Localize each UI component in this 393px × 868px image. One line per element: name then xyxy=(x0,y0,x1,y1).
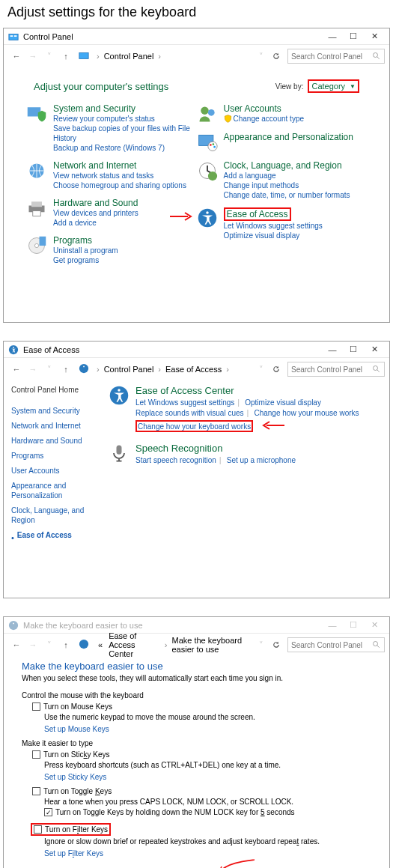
link[interactable]: Replace sounds with visual cues xyxy=(135,409,244,417)
up-button[interactable]: ↑ xyxy=(58,48,74,64)
window-body: Adjust your computer's settings View by:… xyxy=(4,67,389,322)
sidebar-item[interactable]: Programs xyxy=(11,451,103,461)
cat-network-internet[interactable]: Network and Internet xyxy=(53,160,186,171)
link[interactable]: Set up a microphone xyxy=(227,456,296,464)
svg-rect-1 xyxy=(10,35,13,37)
svg-point-31 xyxy=(9,620,18,629)
link[interactable]: Let Windows suggest settings xyxy=(135,398,234,407)
window-body: Control Panel Home System and Security N… xyxy=(4,380,389,598)
close-button[interactable]: ✕ xyxy=(364,342,385,357)
link[interactable]: Get programs xyxy=(53,255,118,265)
cat-appearance[interactable]: Appearance and Personalization xyxy=(224,132,353,142)
window-control-panel: Control Panel — ☐ ✕ ← → ˅ ↑ › Control Pa… xyxy=(3,28,390,323)
breadcrumb-dropdown[interactable]: ˅ xyxy=(253,48,269,64)
refresh-button[interactable] xyxy=(269,638,283,652)
recent-button[interactable]: ˅ xyxy=(41,361,58,377)
adjust-heading: Adjust your computer's settings xyxy=(34,81,275,92)
sidebar-control-panel-home[interactable]: Control Panel Home xyxy=(11,385,103,395)
sidebar-item[interactable]: Hardware and Sound xyxy=(11,436,103,446)
checkbox-mouse-keys[interactable]: Turn on Mouse Keys xyxy=(32,702,371,711)
link[interactable]: Start speech recognition xyxy=(135,456,216,464)
link-setup-mouse-keys[interactable]: Set up Mouse Keys xyxy=(44,725,109,733)
link-setup-filter-keys[interactable]: Set up Filter Keys xyxy=(44,849,103,858)
link-setup-sticky-keys[interactable]: Set up Sticky Keys xyxy=(44,773,106,781)
search-input[interactable] xyxy=(291,365,372,374)
link[interactable]: Choose homegroup and sharing options xyxy=(53,180,186,190)
sidebar-item[interactable]: User Accounts xyxy=(11,466,103,476)
link[interactable]: Add a language xyxy=(224,171,350,180)
checkbox-toggle-keys[interactable]: Turn on Toggle Keys xyxy=(32,787,371,795)
ease-of-access-center-icon xyxy=(109,385,130,406)
back-button[interactable]: ← xyxy=(8,48,25,64)
link[interactable]: Optimize visual display xyxy=(224,231,323,240)
link-change-keyboard-works[interactable]: Change how your keyboard works xyxy=(138,422,251,431)
link[interactable]: Optimize visual display xyxy=(245,398,321,407)
up-button[interactable]: ↑ xyxy=(58,361,74,377)
sidebar-item-ease-of-access[interactable]: Ease of Access xyxy=(17,530,72,540)
microphone-icon xyxy=(109,443,130,464)
sidebar-item[interactable]: System and Security xyxy=(11,406,103,416)
navbar: ← → ˅ ↑ › Control Panel › ˅ xyxy=(4,45,389,67)
ease-of-access-icon xyxy=(79,639,89,651)
svg-point-14 xyxy=(201,106,209,115)
breadcrumb[interactable]: › Control Panel › xyxy=(95,52,249,61)
refresh-button[interactable] xyxy=(269,49,283,63)
crumb-control-panel[interactable]: Control Panel xyxy=(101,52,157,61)
link[interactable]: Backup and Restore (Windows 7) xyxy=(53,143,197,153)
cat-clock-lang-region[interactable]: Clock, Language, and Region xyxy=(224,160,350,171)
link[interactable]: Uninstall a program xyxy=(53,246,118,255)
recent-button[interactable]: ˅ xyxy=(41,48,58,64)
checkbox-filter-keys[interactable]: Turn on Filter Keys xyxy=(34,825,108,834)
link[interactable]: Add a device xyxy=(53,218,138,228)
minimize-button[interactable]: — xyxy=(322,342,343,357)
back-button[interactable]: ← xyxy=(8,361,25,377)
checkbox-toggle-hold[interactable]: ✓ Turn on Toggle Keys by holding down th… xyxy=(44,808,371,816)
search-input[interactable] xyxy=(291,52,372,61)
cat-hardware-sound[interactable]: Hardware and Sound xyxy=(53,198,138,208)
link[interactable]: Change date, time, or number formats xyxy=(224,190,350,200)
svg-point-25 xyxy=(79,364,88,373)
maximize-button[interactable]: ☐ xyxy=(343,618,364,633)
view-by-dropdown[interactable]: Category▼ xyxy=(308,79,359,93)
link[interactable]: Change input methods xyxy=(224,180,350,190)
ease-of-access-center-heading[interactable]: Ease of Access Center xyxy=(135,385,359,396)
search-box[interactable] xyxy=(287,49,385,64)
search-box[interactable] xyxy=(287,637,385,652)
sidebar-item[interactable]: Appearance and Personalization xyxy=(11,481,103,500)
search-box[interactable] xyxy=(287,362,385,377)
cat-system-security[interactable]: System and Security xyxy=(53,103,197,114)
sidebar-item[interactable]: Network and Internet xyxy=(11,421,103,431)
link[interactable]: Change how your mouse works xyxy=(254,409,359,417)
link[interactable]: Save backup copies of your files with Fi… xyxy=(53,124,197,143)
cat-user-accounts[interactable]: User Accounts xyxy=(224,103,305,114)
checkbox-sticky-keys[interactable]: Turn on Sticky Keys xyxy=(32,750,371,759)
close-button[interactable]: ✕ xyxy=(364,618,385,633)
link[interactable]: Review your computer's status xyxy=(53,114,197,124)
up-button[interactable]: ↑ xyxy=(58,637,74,653)
chevron-down-icon: ▼ xyxy=(350,83,356,90)
link[interactable]: Let Windows suggest settings xyxy=(224,221,323,231)
minimize-button[interactable]: — xyxy=(322,618,343,633)
maximize-button[interactable]: ☐ xyxy=(343,29,364,44)
breadcrumb-dropdown[interactable]: ˅ xyxy=(253,361,269,377)
back-button[interactable]: ← xyxy=(8,637,25,653)
breadcrumb-dropdown[interactable]: ˅ xyxy=(253,637,269,653)
maximize-button[interactable]: ☐ xyxy=(343,342,364,357)
link[interactable]: View devices and printers xyxy=(53,208,138,218)
refresh-button[interactable] xyxy=(269,362,283,376)
breadcrumb[interactable]: › Control Panel › Ease of Access › xyxy=(95,365,249,374)
cat-programs[interactable]: Programs xyxy=(53,235,118,246)
link[interactable]: View network status and tasks xyxy=(53,171,186,180)
minimize-button[interactable]: — xyxy=(322,29,343,44)
recent-button[interactable]: ˅ xyxy=(41,637,58,653)
control-panel-icon xyxy=(8,31,19,42)
close-button[interactable]: ✕ xyxy=(364,29,385,44)
svg-point-15 xyxy=(207,109,214,116)
breadcrumb[interactable]: « Ease of Access Center › Make the keybo… xyxy=(95,631,249,658)
speech-recognition-heading[interactable]: Speech Recognition xyxy=(135,443,296,454)
search-input[interactable] xyxy=(291,641,372,649)
sidebar-item[interactable]: Clock, Language, and Region xyxy=(11,506,103,525)
svg-rect-2 xyxy=(14,35,17,37)
cat-ease-of-access[interactable]: Ease of Access xyxy=(227,209,288,219)
link[interactable]: Change account type xyxy=(234,114,305,124)
